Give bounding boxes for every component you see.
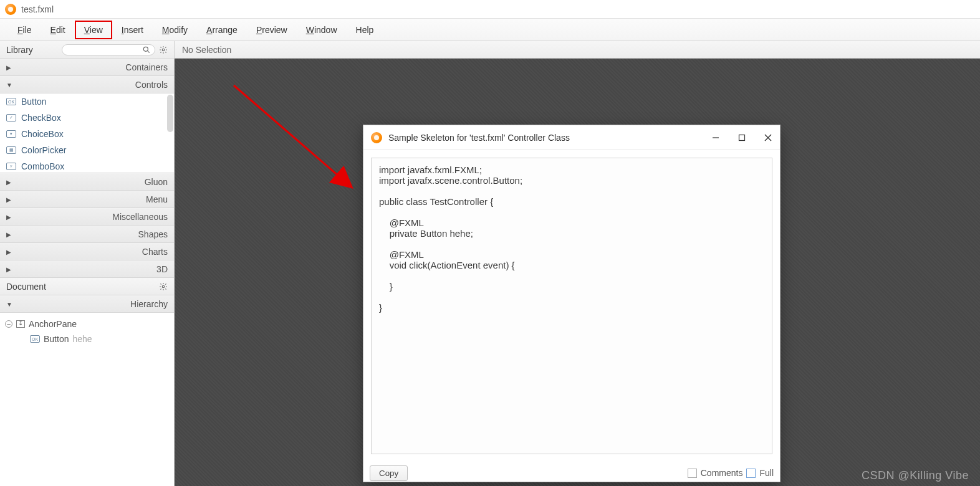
document-label: Document	[6, 282, 155, 292]
selection-text: No Selection	[182, 45, 231, 55]
full-label: Full	[759, 468, 774, 478]
search-icon	[142, 45, 151, 54]
section-gluon[interactable]: ▶Gluon	[0, 173, 174, 191]
chevron-right-icon: ▶	[6, 266, 12, 273]
combobox-glyph-icon: ▿	[6, 163, 16, 170]
button-glyph-icon: OK	[6, 98, 16, 105]
full-checkbox[interactable]	[746, 469, 756, 478]
section-shapes[interactable]: ▶Shapes	[0, 226, 174, 243]
button-glyph-icon: OK	[30, 335, 40, 343]
chevron-right-icon: ▶	[6, 179, 12, 186]
menu-bar: File Edit View Insert Modify Arrange Pre…	[0, 19, 980, 41]
library-search[interactable]	[62, 44, 155, 55]
dialog-title-text: Sample Skeleton for 'test.fxml' Controll…	[388, 133, 705, 143]
menu-window[interactable]: Window	[297, 21, 346, 39]
comments-label: Comments	[701, 468, 743, 478]
chevron-down-icon: ▼	[6, 82, 12, 88]
skeleton-dialog: Sample Skeleton for 'test.fxml' Controll…	[363, 125, 781, 482]
section-3d[interactable]: ▶3D	[0, 260, 174, 278]
section-controls[interactable]: ▼ Controls	[0, 76, 174, 93]
chevron-down-icon: ▼	[6, 301, 12, 308]
svg-point-0	[143, 47, 148, 51]
chevron-right-icon: ▶	[6, 214, 12, 221]
colorpicker-glyph-icon: ▦	[6, 146, 16, 154]
section-menu[interactable]: ▶Menu	[0, 191, 174, 208]
list-item[interactable]: OKButton	[0, 93, 174, 110]
anchorpane-icon	[16, 320, 25, 328]
list-item[interactable]: ▿ComboBox	[0, 158, 174, 173]
section-containers[interactable]: ▶ Containers	[0, 59, 174, 76]
document-header: Document	[0, 278, 174, 295]
menu-view[interactable]: View	[75, 21, 112, 39]
checkbox-glyph-icon: ✓	[6, 114, 16, 122]
section-label: Controls	[135, 80, 168, 90]
dialog-titlebar[interactable]: Sample Skeleton for 'test.fxml' Controll…	[363, 125, 780, 150]
app-icon	[5, 4, 16, 15]
dialog-footer: Copy Comments Full	[363, 462, 780, 482]
choicebox-glyph-icon: ▾	[6, 130, 16, 138]
fxid-label: hehe	[72, 334, 92, 344]
dialog-body: import javafx.fxml.FXML; import javafx.s…	[363, 150, 780, 462]
window-title: test.fxml	[21, 4, 54, 14]
list-item[interactable]: ▾ChoiceBox	[0, 126, 174, 142]
menu-insert[interactable]: Insert	[113, 21, 152, 39]
list-item[interactable]: ✓CheckBox	[0, 110, 174, 126]
menu-edit[interactable]: Edit	[42, 21, 74, 39]
menu-arrange[interactable]: Arrange	[198, 21, 246, 39]
section-label: Containers	[125, 62, 168, 72]
section-hierarchy[interactable]: ▼ Hierarchy	[0, 295, 174, 313]
menu-file[interactable]: File	[9, 21, 41, 39]
section-charts[interactable]: ▶Charts	[0, 243, 174, 260]
gear-icon[interactable]	[159, 45, 168, 54]
menu-help[interactable]: Help	[347, 21, 383, 39]
svg-point-2	[162, 49, 165, 51]
controls-list[interactable]: OKButton ✓CheckBox ▾ChoiceBox ▦ColorPick…	[0, 93, 174, 173]
list-item[interactable]: ▦ColorPicker	[0, 142, 174, 158]
comments-checkbox[interactable]	[688, 469, 697, 478]
svg-rect-6	[739, 135, 745, 140]
tree-node-button[interactable]: OK Button hehe	[5, 331, 169, 346]
menu-preview[interactable]: Preview	[247, 21, 296, 39]
minimize-button[interactable]	[711, 133, 720, 142]
svg-point-3	[162, 285, 165, 288]
selection-bar: No Selection	[175, 41, 980, 59]
section-misc[interactable]: ▶Miscellaneous	[0, 208, 174, 226]
library-header: Library	[0, 41, 174, 59]
gear-icon[interactable]	[159, 282, 168, 291]
chevron-right-icon: ▶	[6, 231, 12, 238]
app-icon	[371, 132, 382, 143]
close-button[interactable]	[764, 133, 772, 142]
copy-button[interactable]: Copy	[370, 465, 408, 481]
maximize-button[interactable]	[737, 133, 746, 142]
collapse-icon[interactable]: –	[5, 320, 12, 328]
chevron-right-icon: ▶	[6, 64, 12, 71]
window-titlebar: test.fxml	[0, 0, 980, 19]
hierarchy-tree: – AnchorPane OK Button hehe	[0, 313, 174, 486]
tree-node-anchorpane[interactable]: – AnchorPane	[5, 317, 169, 331]
menu-modify[interactable]: Modify	[153, 21, 196, 39]
library-label: Library	[6, 45, 58, 55]
svg-line-1	[147, 50, 149, 52]
left-sidebar: Library ▶ Containers ▼ Controls OKButton…	[0, 41, 175, 486]
code-textarea[interactable]: import javafx.fxml.FXML; import javafx.s…	[371, 158, 772, 454]
chevron-right-icon: ▶	[6, 249, 12, 255]
chevron-right-icon: ▶	[6, 196, 12, 203]
